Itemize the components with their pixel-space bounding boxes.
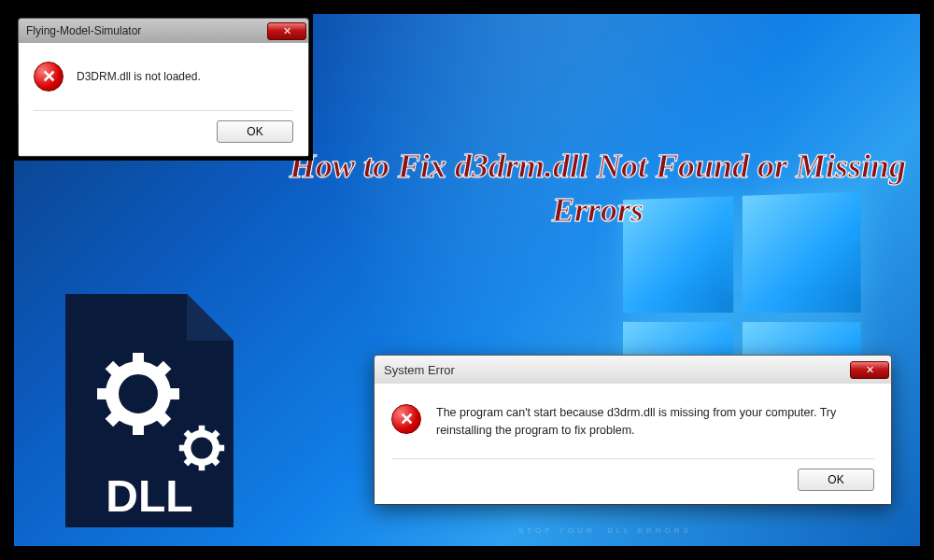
error-dialog-system-error: System Error ✕ ✕ The program can't start… — [374, 355, 892, 505]
dialog-title: Flying-Model-Simulator — [26, 24, 141, 37]
svg-rect-11 — [199, 464, 205, 471]
error-icon: ✕ — [391, 404, 421, 434]
windows-desktop: How to Fix d3drm.dll Not Found or Missin… — [0, 0, 934, 560]
ok-button[interactable]: OK — [217, 120, 293, 143]
svg-rect-13 — [218, 445, 225, 452]
svg-rect-4 — [166, 388, 179, 399]
svg-rect-3 — [97, 388, 110, 399]
error-message: The program can't start because d3drm.dl… — [436, 404, 874, 440]
svg-rect-10 — [199, 426, 205, 433]
close-button[interactable]: ✕ — [850, 361, 889, 379]
svg-rect-1 — [133, 353, 144, 366]
close-button[interactable]: ✕ — [267, 22, 306, 40]
dll-file-icon: DLL — [56, 289, 243, 532]
error-message: D3DRM.dll is not loaded. — [77, 70, 201, 83]
close-icon: ✕ — [283, 25, 291, 37]
svg-rect-2 — [133, 422, 144, 435]
close-icon: ✕ — [866, 364, 874, 376]
ok-button[interactable]: OK — [798, 469, 874, 491]
dialog-titlebar[interactable]: Flying-Model-Simulator ✕ — [19, 19, 308, 43]
footer-hint: STOP YOUR .DLL ERRORS — [518, 526, 692, 535]
dialog-titlebar[interactable]: System Error ✕ — [375, 356, 891, 384]
dll-label: DLL — [106, 471, 192, 521]
dialog-title: System Error — [384, 363, 455, 377]
svg-rect-12 — [179, 445, 187, 452]
article-headline: How to Fix d3drm.dll Not Found or Missin… — [280, 145, 915, 232]
error-dialog-d3drm-not-loaded: Flying-Model-Simulator ✕ ✕ D3DRM.dll is … — [14, 14, 313, 161]
error-icon: ✕ — [34, 62, 64, 91]
